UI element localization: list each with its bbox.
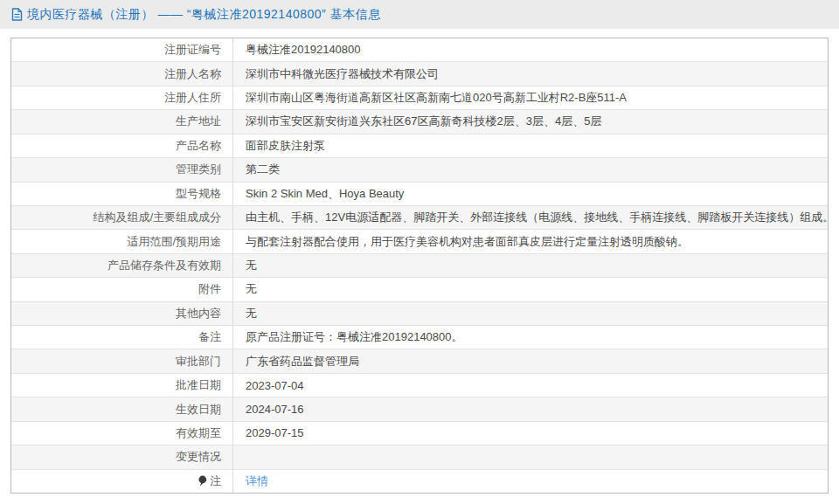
row-value: 面部皮肤注射泵	[233, 135, 828, 157]
row-value-text: 原产品注册证号：粤械注准20192140800。	[246, 329, 463, 345]
table-row: 变更情况	[11, 445, 828, 468]
row-value: 由主机、手柄、12V电源适配器、脚踏开关、外部连接线（电源线、接地线、手柄连接线…	[233, 206, 828, 229]
page-title: 境内医疗器械（注册） —— “粤械注准20192140800” 基本信息	[27, 7, 381, 23]
row-value: 深圳市宝安区新安街道兴东社区67区高新奇科技楼2层、3层、4层、5层	[233, 110, 828, 133]
row-value: 深圳市南山区粤海街道高新区社区高新南七道020号高新工业村R2-B座511-A	[233, 86, 828, 109]
row-label: 产品名称	[11, 135, 233, 157]
row-value: 第二类	[233, 158, 828, 181]
table-row: 批准日期2023-07-04	[11, 373, 828, 397]
row-label-text: 审批部门	[176, 354, 221, 369]
row-label: 审批部门	[11, 349, 233, 372]
table-row: 备注原产品注册证号：粤械注准20192140800。	[11, 325, 828, 349]
row-value-text: 无	[246, 281, 257, 297]
row-label: 管理类别	[11, 158, 233, 181]
row-value-text: 深圳市南山区粤海街道高新区社区高新南七道020号高新工业村R2-B座511-A	[246, 90, 627, 106]
row-value: 2029-07-15	[233, 422, 828, 445]
table-row: 注册证编号粤械注准20192140800	[11, 38, 828, 61]
bulb-icon	[198, 475, 207, 487]
row-value-text: 第二类	[246, 162, 280, 177]
row-value-text: 由主机、手柄、12V电源适配器、脚踏开关、外部连接线（电源线、接地线、手柄连接线…	[246, 210, 828, 225]
row-label: 型号规格	[11, 183, 233, 205]
row-label-text: 生效日期	[176, 402, 221, 418]
row-value: 无	[233, 254, 828, 277]
details-link[interactable]: 详情	[246, 473, 268, 489]
row-value-text: 无	[246, 258, 257, 273]
row-label-text: 批准日期	[176, 377, 221, 393]
table-row: 附件无	[11, 277, 828, 300]
row-label: 注	[11, 470, 233, 493]
row-value-text: 2024-07-16	[246, 403, 304, 416]
row-value-text: 深圳市中科微光医疗器械技术有限公司	[246, 66, 439, 82]
row-label: 生产地址	[11, 110, 233, 133]
row-label-text: 结构及组成/主要组成成分	[93, 210, 221, 225]
row-label: 注册证编号	[11, 38, 233, 61]
row-label-text: 其他内容	[176, 306, 221, 321]
page-header-bar: 境内医疗器械（注册） —— “粤械注准20192140800” 基本信息	[0, 0, 839, 29]
table-row: 注详情	[11, 469, 828, 493]
table-row: 型号规格Skin 2 Skin Med、Hoya Beauty	[11, 182, 828, 205]
row-value: 与配套注射器配合使用，用于医疗美容机构对患者面部真皮层进行定量注射透明质酸钠。	[233, 230, 828, 252]
row-label-text: 注	[210, 473, 221, 489]
table-row: 注册人名称深圳市中科微光医疗器械技术有限公司	[11, 61, 828, 85]
row-value-text: 2023-07-04	[246, 379, 304, 392]
row-value: 原产品注册证号：粤械注准20192140800。	[233, 326, 828, 349]
row-label-text: 适用范围/预期用途	[127, 234, 221, 250]
row-value: 广东省药品监督管理局	[233, 349, 828, 372]
table-row: 注册人住所深圳市南山区粤海街道高新区社区高新南七道020号高新工业村R2-B座5…	[11, 86, 828, 109]
row-label-text: 注册人住所	[164, 90, 221, 106]
row-value: 无	[233, 278, 828, 300]
row-label: 有效期至	[11, 422, 233, 445]
row-value-text: 无	[246, 306, 257, 321]
row-value: 粤械注准20192140800	[233, 38, 828, 61]
table-row: 产品储存条件及有效期无	[11, 253, 828, 277]
row-label: 生效日期	[11, 397, 233, 420]
row-label: 注册人名称	[11, 62, 233, 85]
row-label: 批准日期	[11, 374, 233, 397]
row-label: 适用范围/预期用途	[11, 230, 233, 252]
row-value-text: 深圳市宝安区新安街道兴东社区67区高新奇科技楼2层、3层、4层、5层	[246, 114, 601, 129]
row-value: 2023-07-04	[233, 374, 828, 397]
row-label: 注册人住所	[11, 86, 233, 109]
row-label: 附件	[11, 278, 233, 300]
row-label-text: 产品储存条件及有效期	[107, 258, 221, 273]
row-label: 产品储存条件及有效期	[11, 254, 233, 277]
row-value: 深圳市中科微光医疗器械技术有限公司	[233, 62, 828, 85]
row-label-text: 备注	[198, 329, 221, 345]
row-value-text: 广东省药品监督管理局	[246, 354, 359, 369]
row-label-text: 有效期至	[176, 425, 221, 441]
row-label: 结构及组成/主要组成成分	[11, 206, 233, 229]
row-label-text: 注册人名称	[164, 66, 221, 82]
row-label-text: 附件	[198, 281, 221, 297]
row-value	[233, 445, 828, 468]
row-value-text: 2029-07-15	[246, 426, 304, 439]
table-row: 结构及组成/主要组成成分由主机、手柄、12V电源适配器、脚踏开关、外部连接线（电…	[11, 205, 828, 229]
table-row: 审批部门广东省药品监督管理局	[11, 349, 828, 372]
row-value: 详情	[233, 470, 828, 493]
table-row: 适用范围/预期用途与配套注射器配合使用，用于医疗美容机构对患者面部真皮层进行定量…	[11, 229, 828, 252]
row-value-text: Skin 2 Skin Med、Hoya Beauty	[246, 186, 404, 202]
row-value-text: 面部皮肤注射泵	[246, 138, 325, 154]
row-value: Skin 2 Skin Med、Hoya Beauty	[233, 183, 828, 205]
document-icon	[11, 8, 23, 21]
row-label: 备注	[11, 326, 233, 349]
table-row: 生效日期2024-07-16	[11, 397, 828, 420]
row-label: 变更情况	[11, 445, 233, 468]
row-label-text: 注册证编号	[164, 42, 221, 58]
row-value: 2024-07-16	[233, 397, 828, 420]
row-label-text: 生产地址	[176, 114, 221, 129]
row-label-text: 管理类别	[176, 162, 221, 177]
table-row: 有效期至2029-07-15	[11, 421, 828, 445]
row-value-text: 粤械注准20192140800	[246, 42, 361, 58]
row-label: 其他内容	[11, 302, 233, 325]
registration-info-table: 注册证编号粤械注准20192140800注册人名称深圳市中科微光医疗器械技术有限…	[10, 38, 829, 494]
row-label-text: 变更情况	[176, 449, 221, 465]
table-row: 管理类别第二类	[11, 157, 828, 181]
table-row: 生产地址深圳市宝安区新安街道兴东社区67区高新奇科技楼2层、3层、4层、5层	[11, 109, 828, 133]
table-row: 产品名称面部皮肤注射泵	[11, 134, 828, 157]
row-label-text: 产品名称	[176, 138, 221, 154]
row-label-text: 型号规格	[176, 186, 221, 202]
row-value-text: 与配套注射器配合使用，用于医疗美容机构对患者面部真皮层进行定量注射透明质酸钠。	[246, 234, 689, 250]
row-value: 无	[233, 302, 828, 325]
table-row: 其他内容无	[11, 301, 828, 325]
